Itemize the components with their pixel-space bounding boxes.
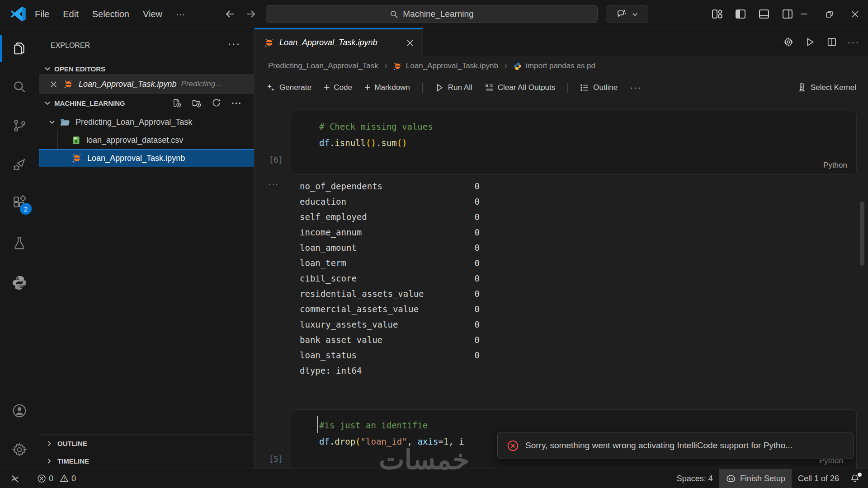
open-editor-item[interactable]: Loan_Approval_Task.ipynb Predicting... xyxy=(39,74,255,94)
notebook-toolbar: Generate + Code + Markdown Run All Clear… xyxy=(255,76,868,99)
workspace-more-icon[interactable]: ··· xyxy=(231,98,242,108)
search-icon xyxy=(12,79,27,94)
new-file-icon[interactable] xyxy=(172,98,181,108)
activity-explorer[interactable] xyxy=(0,32,39,65)
add-code-button[interactable]: + Code xyxy=(324,81,352,94)
breadcrumb-folder[interactable]: Predicting_Loan_Approval_Task xyxy=(268,61,378,70)
run-all-button[interactable]: Run All xyxy=(435,83,472,92)
cell-output: no_of_dependents0education0self_employed… xyxy=(300,178,480,378)
plus-icon: + xyxy=(364,81,370,94)
close-button[interactable] xyxy=(842,0,868,28)
remote-indicator-icon[interactable] xyxy=(10,474,20,483)
select-kernel-button[interactable]: Select Kernel xyxy=(797,83,856,92)
breadcrumb-file[interactable]: Loan_Approval_Task.ipynb xyxy=(406,61,498,70)
menu-edit[interactable]: Edit xyxy=(56,0,85,28)
toolbar-divider xyxy=(422,83,423,93)
workspace-section-header[interactable]: MACHINE_LEARNING ··· xyxy=(39,94,255,112)
open-editors-label: OPEN EDITORS xyxy=(54,65,105,73)
tree-csv-row[interactable]: loan_approval_dataset.csv xyxy=(39,131,255,149)
execution-count: [6] xyxy=(269,155,283,164)
cell-indicator[interactable]: Cell 1 of 26 xyxy=(792,469,845,488)
finish-setup-button[interactable]: Finish Setup xyxy=(719,469,792,488)
restore-button[interactable] xyxy=(816,0,842,28)
menu-more[interactable]: ··· xyxy=(169,0,192,28)
csv-file-icon xyxy=(71,136,81,145)
navigate-forward-icon[interactable] xyxy=(243,7,259,21)
copilot-button[interactable] xyxy=(606,5,648,23)
activity-account[interactable] xyxy=(0,394,39,427)
notification-toast[interactable]: Sorry, something went wrong activating I… xyxy=(497,432,854,459)
problems-indicator[interactable]: 0 0 xyxy=(37,474,76,483)
gear-icon xyxy=(12,442,27,457)
toggle-panel-icon[interactable] xyxy=(752,0,776,28)
toolbar-more-icon[interactable]: ··· xyxy=(630,82,642,93)
notebook-settings-gear-icon[interactable] xyxy=(778,28,799,56)
activity-settings[interactable] xyxy=(0,433,39,466)
toolbar-divider xyxy=(567,83,568,93)
menu-view[interactable]: View xyxy=(136,0,169,28)
search-icon xyxy=(390,10,398,19)
output-row: residential_assets_value0 xyxy=(300,286,480,301)
tab-title: Loan_Approval_Task.ipynb xyxy=(279,38,401,47)
output-rows: no_of_dependents0education0self_employed… xyxy=(300,178,480,363)
activity-extensions[interactable]: 2 xyxy=(0,187,39,219)
customize-layout-icon[interactable] xyxy=(705,0,729,28)
split-editor-icon[interactable] xyxy=(821,28,843,56)
sidebar-more-icon[interactable]: ··· xyxy=(228,38,241,50)
copilot-chat-icon xyxy=(616,9,627,19)
workspace-actions: ··· xyxy=(172,98,255,108)
select-kernel-label: Select Kernel xyxy=(811,83,856,92)
notifications-bell[interactable] xyxy=(845,469,868,488)
output-row: loan_term0 xyxy=(300,255,480,271)
code-editor[interactable]: # Check missing valuesdf.isnull().sum() xyxy=(291,111,856,151)
window-controls xyxy=(791,0,868,28)
output-row: loan_status0 xyxy=(300,347,480,363)
chevron-down-icon xyxy=(43,65,52,73)
tab-close-icon[interactable] xyxy=(406,39,414,47)
more-actions-icon[interactable]: ··· xyxy=(843,28,864,56)
minimize-button[interactable] xyxy=(791,0,816,28)
activity-python[interactable] xyxy=(0,267,39,299)
timeline-label: TIMELINE xyxy=(57,457,89,465)
refresh-icon[interactable] xyxy=(212,98,221,108)
close-icon[interactable] xyxy=(50,80,57,88)
outline-button[interactable]: Outline xyxy=(580,83,618,92)
tab-notebook[interactable]: Loan_Approval_Task.ipynb xyxy=(255,28,423,56)
title-bar: File Edit Selection View ··· Machine_Lea… xyxy=(0,0,868,28)
spaces-indicator[interactable]: Spaces: 4 xyxy=(670,469,719,488)
outline-section[interactable]: OUTLINE xyxy=(39,434,255,452)
command-center-search[interactable]: Machine_Learning xyxy=(266,5,598,23)
chevron-right-icon xyxy=(45,440,53,447)
run-all-label: Run All xyxy=(448,83,472,92)
activity-source-control[interactable] xyxy=(0,109,39,142)
output-row: education0 xyxy=(300,194,480,209)
output-row: loan_amount0 xyxy=(300,240,480,255)
activity-run-debug[interactable] xyxy=(0,148,39,181)
chevron-right-icon xyxy=(502,63,509,70)
outline-label: Outline xyxy=(593,83,618,92)
timeline-section[interactable]: TIMELINE xyxy=(39,452,255,469)
tree-folder-row[interactable]: Predicting_Loan_Approval_Task xyxy=(39,113,255,131)
code-cell[interactable]: # Check missing valuesdf.isnull().sum() … xyxy=(291,111,857,175)
generate-button[interactable]: Generate xyxy=(266,83,311,92)
scrollbar-thumb[interactable] xyxy=(860,202,864,266)
navigate-back-icon[interactable] xyxy=(222,7,238,21)
activity-search[interactable] xyxy=(0,70,39,103)
cell-language-label[interactable]: Python xyxy=(823,161,847,170)
add-markdown-button[interactable]: + Markdown xyxy=(364,81,410,94)
toggle-primary-sidebar-icon[interactable] xyxy=(729,0,752,28)
jupyter-icon xyxy=(393,62,402,70)
output-more-icon[interactable]: ··· xyxy=(268,179,278,189)
activity-testing[interactable] xyxy=(0,227,39,260)
clear-outputs-button[interactable]: Clear All Outputs xyxy=(485,83,556,92)
run-icon[interactable] xyxy=(799,28,821,56)
tree-notebook-row-selected[interactable]: Loan_Approval_Task.ipynb xyxy=(39,149,255,167)
breadcrumb-symbol[interactable]: import pandas as pd xyxy=(526,61,595,70)
new-folder-icon[interactable] xyxy=(192,98,201,108)
error-count: 0 xyxy=(49,474,53,483)
output-row: no_of_dependents0 xyxy=(300,178,480,194)
output-row: luxury_assets_value0 xyxy=(300,317,480,332)
generate-label: Generate xyxy=(279,83,311,92)
menu-selection[interactable]: Selection xyxy=(85,0,136,28)
menu-file[interactable]: File xyxy=(28,0,56,28)
